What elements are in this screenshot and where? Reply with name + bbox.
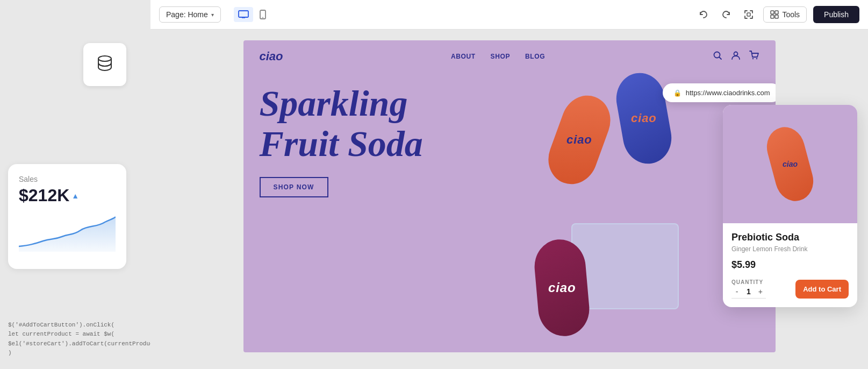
fullscreen-button[interactable] (741, 6, 757, 23)
product-can: ciao (762, 123, 818, 205)
blue-can: ciao (612, 69, 675, 167)
svg-point-10 (734, 52, 738, 56)
product-actions: QUANTITY - 1 + Add to Cart (731, 279, 849, 299)
quantity-label: QUANTITY (731, 279, 766, 285)
quantity-minus-button[interactable]: - (731, 287, 742, 296)
code-snippet: $('#AddToCartButton').onClick( let curre… (8, 321, 150, 358)
nav-shop[interactable]: SHOP (491, 53, 510, 60)
svg-rect-8 (775, 15, 778, 18)
hero-title: Sparkling Fruit Soda (260, 83, 423, 164)
svg-point-12 (756, 58, 757, 59)
product-name: Prebiotic Soda (731, 232, 849, 243)
site-nav-icons (713, 51, 759, 62)
toolbar-right: Tools Publish (695, 6, 859, 23)
toolbar-left: Page: Home ▾ (159, 6, 270, 23)
svg-point-9 (714, 52, 720, 58)
redo-button[interactable] (718, 6, 734, 23)
site-nav-links: ABOUT SHOP BLOG (451, 53, 545, 60)
svg-point-3 (262, 17, 263, 18)
svg-rect-4 (747, 13, 750, 16)
toolbar: Page: Home ▾ (150, 0, 868, 30)
svg-rect-5 (771, 11, 774, 14)
sales-value: $212K ▲ (19, 186, 116, 205)
tools-button[interactable]: Tools (763, 6, 807, 23)
svg-point-0 (98, 56, 111, 61)
quantity-section: QUANTITY - 1 + (731, 279, 766, 299)
product-description: Ginger Lemon Fresh Drink (731, 245, 849, 253)
website-preview: ciao ABOUT SHOP BLOG (243, 40, 776, 352)
sales-trend-arrow: ▲ (71, 191, 79, 200)
svg-rect-7 (771, 15, 774, 18)
add-to-cart-button[interactable]: Add to Cart (795, 280, 849, 299)
db-icon-card[interactable] (83, 43, 126, 86)
product-card: ciao Prebiotic Soda Ginger Lemon Fresh D… (723, 105, 857, 307)
undo-button[interactable] (695, 6, 712, 23)
canvas-area: ciao ABOUT SHOP BLOG (150, 30, 868, 369)
orange-can: ciao (541, 89, 618, 191)
url-bar: 🔒 https://www.ciaodrinks.com (663, 83, 776, 102)
svg-point-11 (752, 58, 754, 59)
desktop-device-button[interactable] (234, 7, 253, 22)
chevron-down-icon: ▾ (211, 12, 214, 18)
quantity-value: 1 (747, 287, 751, 296)
quantity-plus-button[interactable]: + (755, 287, 766, 296)
page-selector[interactable]: Page: Home ▾ (159, 6, 221, 23)
nav-blog[interactable]: BLOG (525, 53, 545, 60)
hero-content: Sparkling Fruit Soda SHOP NOW (260, 83, 423, 197)
quantity-controls: - 1 + (731, 287, 766, 299)
search-icon[interactable] (713, 51, 722, 62)
publish-button[interactable]: Publish (813, 6, 859, 23)
url-text: https://www.ciaodrinks.com (686, 89, 770, 97)
tools-label: Tools (782, 10, 800, 19)
page-selector-label: Page: Home (166, 10, 208, 19)
svg-rect-1 (239, 11, 248, 17)
product-info: Prebiotic Soda Ginger Lemon Fresh Drink … (723, 223, 857, 307)
site-nav: ciao ABOUT SHOP BLOG (243, 40, 776, 73)
product-image: ciao (723, 105, 857, 223)
nav-about[interactable]: ABOUT (451, 53, 476, 60)
site-logo: ciao (260, 49, 283, 63)
svg-rect-6 (775, 11, 778, 14)
sales-card: Sales $212K ▲ (8, 164, 126, 269)
sales-chart (19, 214, 116, 257)
cart-icon[interactable] (749, 51, 759, 62)
database-icon (95, 53, 114, 76)
shop-now-button[interactable]: SHOP NOW (260, 177, 328, 197)
product-price: $5.99 (731, 259, 849, 271)
device-icons (234, 6, 270, 23)
user-icon[interactable] (731, 51, 741, 62)
lock-icon: 🔒 (673, 89, 682, 97)
sales-label: Sales (19, 175, 116, 183)
mobile-device-button[interactable] (255, 6, 270, 23)
